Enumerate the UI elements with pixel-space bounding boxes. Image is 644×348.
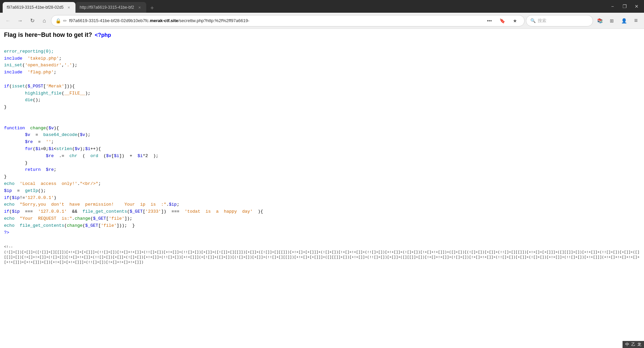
ime-label-2: 乙 [631,342,635,347]
code-include-1: include [4,56,22,61]
address-domain: merak-ctf.site [150,18,178,23]
more-options-button[interactable]: ••• [484,15,495,26]
address-text: f97a6619-3315-41be-bf28-02d9b10eb7fc.mer… [69,18,482,23]
forward-button[interactable]: → [15,15,25,26]
search-box[interactable]: 🔍 搜索 [526,15,593,26]
page-title: Flag is here~But how to get it? [4,31,92,39]
pocket-button[interactable]: 🔖 [497,15,507,26]
search-icon: 🔍 [530,18,536,23]
tab-2-close[interactable]: ✕ [137,5,142,10]
restore-button[interactable]: ❐ [620,2,629,11]
minimize-button[interactable]: − [608,2,617,11]
tab-2-label: http://f97a6619-3315-41be-bf2 [79,5,134,10]
ime-bar: 中 乙 龙 [623,341,644,348]
php-open-tag: <?php [95,32,111,38]
page-header: Flag is here~But how to get it? <?php [4,31,640,39]
tabs-view-button[interactable]: ⊞ [606,15,617,26]
back-button[interactable]: ← [3,15,13,26]
page-content: Flag is here~But how to get it? <?php er… [0,29,644,348]
tab-1-close[interactable]: ✕ [66,5,71,10]
close-button[interactable]: ✕ [632,2,641,11]
code-line-1: error_reporting(0); [4,49,54,54]
tab-bar: f97a6619-3315-41be-bf28-02d5 ✕ http://f9… [3,0,157,13]
menu-button[interactable]: ≡ [631,15,641,26]
security-icon: 🔒 [55,18,61,23]
account-button[interactable]: 👤 [619,15,629,26]
search-placeholder: 搜索 [538,18,546,24]
obfuscated-block: <!-- (![]+[])[+[]]+([![]]+[][[]])[+!+[]+… [4,245,640,265]
ime-label-3: 龙 [637,342,641,347]
title-bar: f97a6619-3315-41be-bf28-02d5 ✕ http://f9… [0,0,644,13]
add-tab-button[interactable]: + [148,3,157,13]
ime-label-1: 中 [625,342,629,347]
home-button[interactable]: ⌂ [39,15,50,26]
code-ini-set: ini_set [4,63,22,68]
code-block: error_reporting(0); include 'takeip.php'… [4,41,640,243]
bookmark-button[interactable]: ★ [509,15,520,26]
window-controls: − ❐ ✕ [608,2,641,11]
nav-bar: ← → ↻ ⌂ 🔒 ✏ f97a6619-3315-41be-bf28-02d9… [0,13,644,29]
tab-1[interactable]: f97a6619-3315-41be-bf28-02d5 ✕ [3,2,75,13]
tab-2[interactable]: http://f97a6619-3315-41be-bf2 ✕ [75,2,146,13]
tab-1-label: f97a6619-3315-41be-bf28-02d5 [7,5,63,10]
refresh-button[interactable]: ↻ [27,15,38,26]
address-bar[interactable]: 🔒 ✏ f97a6619-3315-41be-bf28-02d9b10eb7fc… [51,15,525,26]
browser-window: f97a6619-3315-41be-bf28-02d5 ✕ http://f9… [0,0,644,348]
code-include-2: include [4,70,22,75]
edit-icon: ✏ [63,18,67,23]
bookmarks-sidebar-button[interactable]: 📚 [594,15,605,26]
